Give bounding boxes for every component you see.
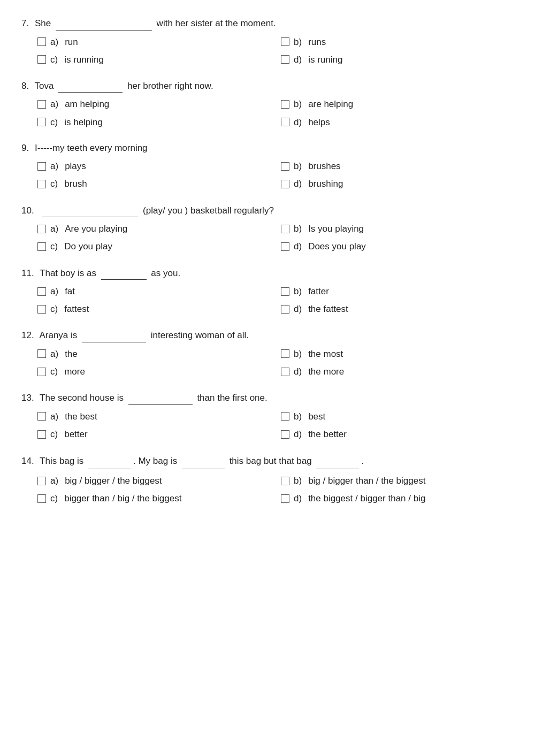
checkbox-b-q10[interactable] bbox=[281, 225, 289, 233]
option-label-b-q9: b) bbox=[294, 159, 302, 173]
option-b-q9[interactable]: b) brushes bbox=[281, 159, 514, 173]
option-b-q14[interactable]: b) big / bigger than / the biggest bbox=[281, 474, 514, 488]
option-b-q11[interactable]: b) fatter bbox=[281, 284, 514, 299]
checkbox-c-q14[interactable] bbox=[37, 494, 46, 503]
checkbox-c-q12[interactable] bbox=[37, 368, 46, 376]
option-text-a-q11: fat bbox=[65, 284, 75, 299]
checkbox-c-q10[interactable] bbox=[37, 242, 46, 251]
blank-q13 bbox=[128, 391, 193, 405]
checkbox-d-q11[interactable] bbox=[281, 305, 289, 314]
checkbox-d-q12[interactable] bbox=[281, 368, 289, 376]
option-text-d-q10: Does you play bbox=[308, 239, 366, 254]
option-d-q13[interactable]: d) the better bbox=[281, 427, 514, 441]
question-block-q12: 12. Aranya is interesting woman of all. … bbox=[21, 328, 514, 379]
options-grid-q11: a) fat b) fatter c) fattest d) the fatte… bbox=[37, 284, 514, 316]
checkbox-c-q8[interactable] bbox=[37, 118, 46, 126]
checkbox-b-q12[interactable] bbox=[281, 349, 289, 358]
option-b-q7[interactable]: b) runs bbox=[281, 35, 514, 49]
checkbox-c-q11[interactable] bbox=[37, 305, 46, 314]
option-a-q14[interactable]: a) big / bigger / the biggest bbox=[37, 474, 270, 488]
option-c-q8[interactable]: c) is helping bbox=[37, 115, 270, 129]
checkbox-b-q14[interactable] bbox=[281, 477, 289, 485]
option-text-d-q11: the fattest bbox=[308, 302, 348, 316]
option-d-q14[interactable]: d) the biggest / bigger than / big bbox=[281, 491, 514, 506]
option-b-q13[interactable]: b) best bbox=[281, 409, 514, 424]
option-label-a-q7: a) bbox=[50, 35, 58, 49]
option-d-q9[interactable]: d) brushing bbox=[281, 177, 514, 191]
blank1-q14 bbox=[88, 453, 131, 469]
option-label-a-q10: a) bbox=[50, 222, 58, 236]
option-a-q11[interactable]: a) fat bbox=[37, 284, 270, 299]
checkbox-b-q13[interactable] bbox=[281, 412, 289, 421]
checkbox-a-q12[interactable] bbox=[37, 349, 46, 358]
checkbox-d-q10[interactable] bbox=[281, 242, 289, 251]
checkbox-b-q9[interactable] bbox=[281, 162, 289, 171]
option-a-q10[interactable]: a) Are you playing bbox=[37, 222, 270, 236]
checkbox-a-q13[interactable] bbox=[37, 412, 46, 421]
checkbox-d-q8[interactable] bbox=[281, 118, 289, 126]
question-number-q9: 9. bbox=[21, 143, 29, 153]
option-text-b-q13: best bbox=[308, 409, 325, 424]
option-b-q10[interactable]: b) Is you playing bbox=[281, 222, 514, 236]
option-b-q8[interactable]: b) are helping bbox=[281, 97, 514, 111]
option-c-q13[interactable]: c) better bbox=[37, 427, 270, 441]
checkbox-a-q8[interactable] bbox=[37, 100, 46, 109]
option-label-d-q9: d) bbox=[294, 177, 302, 191]
option-c-q12[interactable]: c) more bbox=[37, 364, 270, 379]
checkbox-a-q14[interactable] bbox=[37, 477, 46, 485]
checkbox-a-q11[interactable] bbox=[37, 287, 46, 296]
checkbox-b-q7[interactable] bbox=[281, 37, 289, 46]
checkbox-a-q10[interactable] bbox=[37, 225, 46, 233]
option-c-q14[interactable]: c) bigger than / big / the biggest bbox=[37, 491, 270, 506]
option-label-c-q9: c) bbox=[50, 177, 58, 191]
checkbox-d-q13[interactable] bbox=[281, 430, 289, 439]
checkbox-c-q7[interactable] bbox=[37, 55, 46, 64]
option-label-c-q8: c) bbox=[50, 115, 58, 129]
question-block-q8: 8. Tova her brother right now. a) am hel… bbox=[21, 79, 514, 129]
checkbox-b-q8[interactable] bbox=[281, 100, 289, 109]
checkbox-a-q7[interactable] bbox=[37, 37, 46, 46]
option-c-q7[interactable]: c) is running bbox=[37, 52, 270, 67]
option-label-b-q10: b) bbox=[294, 222, 302, 236]
option-label-b-q7: b) bbox=[294, 35, 302, 49]
checkbox-a-q9[interactable] bbox=[37, 162, 46, 171]
option-label-a-q11: a) bbox=[50, 284, 58, 299]
option-text-d-q12: the more bbox=[308, 364, 344, 379]
blank-q8 bbox=[58, 79, 123, 93]
option-label-c-q10: c) bbox=[50, 239, 58, 254]
checkbox-b-q11[interactable] bbox=[281, 287, 289, 296]
option-text-d-q7: is runing bbox=[308, 52, 342, 67]
option-text-c-q12: more bbox=[64, 364, 85, 379]
option-c-q11[interactable]: c) fattest bbox=[37, 302, 270, 316]
question-number-q10: 10. bbox=[21, 205, 34, 216]
option-label-c-q13: c) bbox=[50, 427, 58, 441]
option-text-b-q12: the most bbox=[308, 347, 343, 361]
option-d-q11[interactable]: d) the fattest bbox=[281, 302, 514, 316]
option-a-q12[interactable]: a) the bbox=[37, 347, 270, 361]
option-d-q8[interactable]: d) helps bbox=[281, 115, 514, 129]
option-a-q8[interactable]: a) am helping bbox=[37, 97, 270, 111]
option-c-q9[interactable]: c) brush bbox=[37, 177, 270, 191]
question-block-q7: 7. She with her sister at the moment. a)… bbox=[21, 16, 514, 67]
option-a-q9[interactable]: a) plays bbox=[37, 159, 270, 173]
checkbox-d-q9[interactable] bbox=[281, 180, 289, 188]
option-text-c-q11: fattest bbox=[64, 302, 89, 316]
option-a-q13[interactable]: a) the best bbox=[37, 409, 270, 424]
blank3-q14 bbox=[316, 453, 359, 469]
option-c-q10[interactable]: c) Do you play bbox=[37, 239, 270, 254]
option-d-q12[interactable]: d) the more bbox=[281, 364, 514, 379]
option-d-q7[interactable]: d) is runing bbox=[281, 52, 514, 67]
option-d-q10[interactable]: d) Does you play bbox=[281, 239, 514, 254]
question-stem-q9: 9. I-----my teeth every morning bbox=[21, 141, 514, 155]
option-text-c-q10: Do you play bbox=[64, 239, 112, 254]
blank-q7 bbox=[56, 16, 152, 30]
option-a-q7[interactable]: a) run bbox=[37, 35, 270, 49]
option-label-b-q11: b) bbox=[294, 284, 302, 299]
option-b-q12[interactable]: b) the most bbox=[281, 347, 514, 361]
option-text-d-q9: brushing bbox=[308, 177, 343, 191]
checkbox-c-q13[interactable] bbox=[37, 430, 46, 439]
checkbox-d-q14[interactable] bbox=[281, 494, 289, 503]
option-label-a-q13: a) bbox=[50, 409, 58, 424]
checkbox-d-q7[interactable] bbox=[281, 55, 289, 64]
checkbox-c-q9[interactable] bbox=[37, 180, 46, 188]
